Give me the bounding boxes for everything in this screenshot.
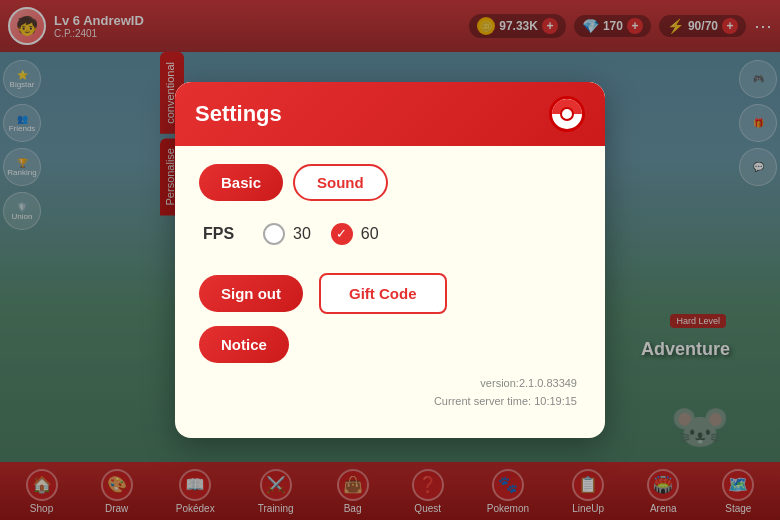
fps-30-option[interactable]: 30 [263,223,311,245]
fps-60-option[interactable]: ✓ 60 [331,223,379,245]
tab-basic[interactable]: Basic [199,164,283,201]
fps-30-radio[interactable] [263,223,285,245]
fps-label: FPS [203,225,243,243]
fps-60-radio[interactable]: ✓ [331,223,353,245]
settings-modal: Settings Basic Sound FPS 30 ✓ 60 [175,82,605,438]
modal-body: Basic Sound FPS 30 ✓ 60 Sign out Gift Co… [175,146,605,418]
settings-tabs: Basic Sound [199,164,581,201]
modal-close-button[interactable] [549,96,585,132]
sign-out-button[interactable]: Sign out [199,275,303,312]
modal-overlay: Settings Basic Sound FPS 30 ✓ 60 [0,0,780,520]
modal-title: Settings [195,101,282,127]
tab-sound[interactable]: Sound [293,164,388,201]
action-row-2: Notice [199,326,581,363]
fps-30-value: 30 [293,225,311,243]
version-text: version:2.1.0.83349 [199,375,577,393]
action-row-1: Sign out Gift Code [199,273,581,314]
gift-code-button[interactable]: Gift Code [319,273,447,314]
modal-header: Settings [175,82,605,146]
fps-setting-row: FPS 30 ✓ 60 [199,223,581,245]
notice-button[interactable]: Notice [199,326,289,363]
server-time-text: Current server time: 10:19:15 [199,393,577,411]
version-info: version:2.1.0.83349 Current server time:… [199,375,581,410]
fps-60-value: 60 [361,225,379,243]
